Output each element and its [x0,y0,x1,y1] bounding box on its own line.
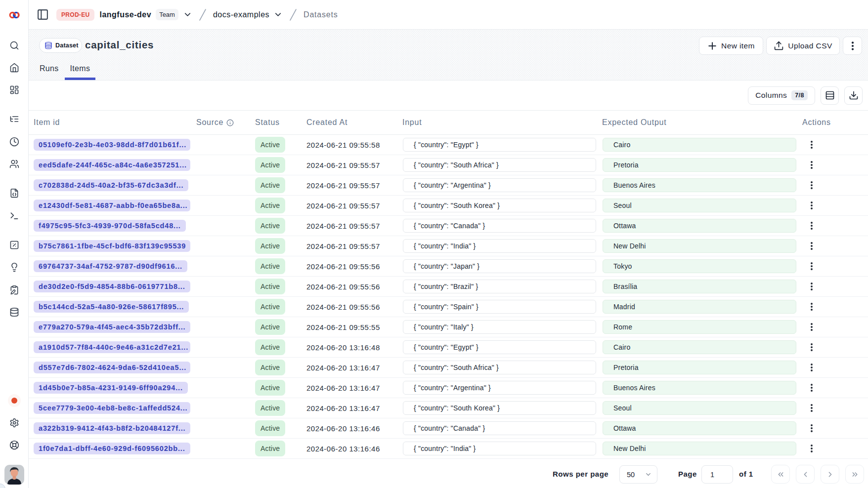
item-id-badge[interactable]: eed5dafe-244f-465c-a84c-4a6e357251... [34,159,190,171]
table-row[interactable]: 1d45b0e7-b85a-4231-9149-6ff90a294... Act… [29,378,868,398]
row-actions-kebab[interactable] [808,202,816,209]
input-value-box[interactable]: { "country": "Argentina" } [403,381,596,395]
langfuse-logo-icon[interactable] [8,11,20,19]
tab-items[interactable]: Items [65,64,96,80]
input-value-box[interactable]: { "country": "Canada" } [403,219,596,233]
rows-per-page-select[interactable]: 50 [619,465,657,484]
table-row[interactable]: c702838d-24d5-40a2-bf35-67dc3a3df... Act… [29,175,868,196]
expected-output-box[interactable]: New Delhi [603,239,796,253]
row-actions-kebab[interactable] [808,222,816,230]
row-actions-kebab[interactable] [808,262,816,270]
input-value-box[interactable]: { "country": "India" } [403,239,596,253]
last-page-button[interactable] [845,465,864,484]
item-id-badge[interactable]: 1d45b0e7-b85a-4231-9149-6ff90a294... [34,382,188,394]
tracing-icon[interactable] [9,114,19,124]
support-lifebuoy-icon[interactable] [9,440,19,450]
sidebar-toggle-icon[interactable] [37,8,49,21]
recording-indicator-dot[interactable] [11,398,17,404]
input-value-box[interactable]: { "country": "Egypt" } [403,138,596,152]
input-value-box[interactable]: { "country": "Egypt" } [403,340,596,354]
table-row[interactable]: 05109ef0-2e3b-4e03-98dd-8f7d01b61f... Ac… [29,135,868,155]
item-id-badge[interactable]: b75c7861-1fbe-45cf-bdf6-83f139c95539 [34,240,190,252]
next-page-button[interactable] [821,465,839,484]
expected-output-box[interactable]: New Delhi [603,442,796,455]
table-row[interactable]: e779a270-579a-4f45-aec4-35b72d3bff... Ac… [29,317,868,337]
item-id-badge[interactable]: a1910d57-7f84-440c-9e46-a31c2d7e21... [34,341,190,353]
info-icon[interactable] [226,119,234,126]
row-actions-kebab[interactable] [808,323,816,331]
first-page-button[interactable] [771,465,790,484]
expected-output-box[interactable]: Buenos Aires [603,381,796,395]
dashboard-icon[interactable] [9,85,19,95]
table-row[interactable]: b75c7861-1fbe-45cf-bdf6-83f139c95539 Act… [29,236,868,256]
expected-output-box[interactable]: Brasília [603,280,796,293]
table-row[interactable]: e12430df-5e81-4687-aabb-f0ea65be8a... Ac… [29,196,868,216]
expected-output-box[interactable]: Buenos Aires [603,178,796,192]
new-item-button[interactable]: New item [699,37,763,55]
row-actions-kebab[interactable] [808,364,816,371]
input-value-box[interactable]: { "country": "Canada" } [403,421,596,435]
home-icon[interactable] [9,63,19,73]
prompts-file-json-icon[interactable] [9,188,19,198]
table-row[interactable]: d557e7d6-7802-4624-9da6-52d410ea5... Act… [29,358,868,378]
expected-output-box[interactable]: Rome [603,320,796,334]
item-id-badge[interactable]: 05109ef0-2e3b-4e03-98dd-8f7d01b61f... [34,139,190,151]
input-value-box[interactable]: { "country": "South Korea" } [403,199,596,212]
item-id-badge[interactable]: 5cee7779-3e00-4eb8-be8c-1affedd524... [34,402,190,414]
expected-output-box[interactable]: Tokyo [603,259,796,273]
annotation-clipboard-pen-icon[interactable] [9,285,19,295]
row-actions-kebab[interactable] [808,424,816,432]
playground-terminal-icon[interactable] [9,211,19,221]
row-actions-kebab[interactable] [808,404,816,412]
input-value-box[interactable]: { "country": "Brazil" } [403,280,596,293]
row-height-button[interactable] [821,86,839,105]
env-badge[interactable]: PROD-EU [56,9,94,21]
table-row[interactable]: 1f0e7da1-dbff-4e60-929d-f6095602bb... Ac… [29,439,868,459]
sessions-clock-icon[interactable] [9,137,19,147]
item-id-badge[interactable]: de30d2e0-f5d9-4854-88b6-0619771b8... [34,281,190,292]
expected-output-box[interactable]: Pretoria [603,361,796,374]
table-row[interactable]: b5c144cd-52a5-4a80-926e-58617f895... Act… [29,297,868,317]
row-actions-kebab[interactable] [808,161,816,169]
datasets-database-icon[interactable] [9,307,19,317]
tab-runs[interactable]: Runs [40,64,62,80]
input-value-box[interactable]: { "country": "Italy" } [403,320,596,334]
item-id-badge[interactable]: 69764737-34af-4752-9787-d90df9616... [34,260,187,272]
search-icon[interactable] [9,41,19,50]
expected-output-box[interactable]: Seoul [603,199,796,212]
item-id-badge[interactable]: a322b319-9412-4f43-b8f2-b20484127f... [34,422,190,434]
item-id-badge[interactable]: 1f0e7da1-dbff-4e60-929d-f6095602bb... [34,443,190,454]
item-id-badge[interactable]: e12430df-5e81-4687-aabb-f0ea65be8a... [34,200,190,211]
breadcrumb-org[interactable]: langfuse-dev [99,10,151,19]
prev-page-button[interactable] [796,465,815,484]
input-value-box[interactable]: { "country": "South Africa" } [403,158,596,172]
row-actions-kebab[interactable] [808,384,816,392]
table-row[interactable]: de30d2e0-f5d9-4854-88b6-0619771b8... Act… [29,277,868,297]
table-row[interactable]: eed5dafe-244f-465c-a84c-4a6e357251... Ac… [29,155,868,175]
item-id-badge[interactable]: e779a270-579a-4f45-aec4-35b72d3bff... [34,321,190,333]
input-value-box[interactable]: { "country": "South Africa" } [403,361,596,374]
row-actions-kebab[interactable] [808,445,816,452]
breadcrumb-section[interactable]: Datasets [304,10,338,19]
corner-widget[interactable] [0,484,5,488]
expected-output-box[interactable]: Pretoria [603,158,796,172]
settings-gear-icon[interactable] [9,418,19,428]
org-chevron-down-icon[interactable] [183,10,192,19]
table-row[interactable]: 5cee7779-3e00-4eb8-be8c-1affedd524... Ac… [29,398,868,418]
users-icon[interactable] [9,159,19,169]
table-row[interactable]: a1910d57-7f84-440c-9e46-a31c2d7e21... Ac… [29,337,868,358]
download-button[interactable] [844,86,863,105]
user-avatar[interactable] [4,465,24,485]
header-more-button[interactable] [843,37,862,55]
input-value-box[interactable]: { "country": "Japan" } [403,259,596,273]
input-value-box[interactable]: { "country": "South Korea" } [403,401,596,415]
expected-output-box[interactable]: Ottawa [603,219,796,233]
input-value-box[interactable]: { "country": "Argentina" } [403,178,596,192]
expected-output-box[interactable]: Ottawa [603,421,796,435]
upload-csv-button[interactable]: Upload CSV [766,37,840,55]
evaluation-square-percent-icon[interactable] [9,240,19,250]
row-actions-kebab[interactable] [808,283,816,290]
table-row[interactable]: 69764737-34af-4752-9787-d90df9616... Act… [29,256,868,277]
project-chevron-down-icon[interactable] [273,10,283,19]
row-actions-kebab[interactable] [808,343,816,351]
